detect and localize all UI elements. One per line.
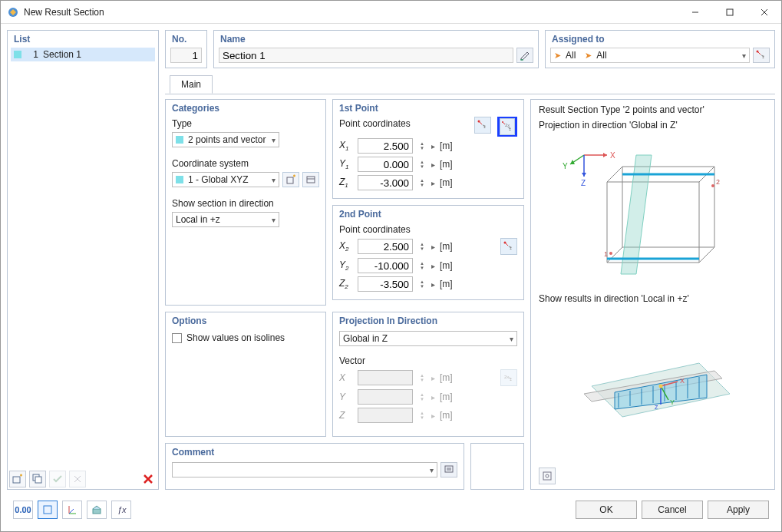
type-select[interactable]: 2 points and vector ▾ [172, 132, 279, 147]
vec-x-input [358, 370, 413, 385]
list-panel: List 1 Section 1 [7, 30, 159, 490]
y1-input[interactable] [358, 157, 413, 172]
vec-x-label: X [339, 372, 353, 383]
x1-input[interactable] [358, 138, 413, 154]
assigned-select[interactable]: ➤ All ➤ All ▾ [550, 48, 750, 63]
pick-point1-button[interactable] [474, 117, 491, 134]
x2-spinner[interactable]: ▲▼ [417, 242, 427, 251]
z2-row: Z2 ▲▼ ▸ [m] [333, 275, 523, 293]
vector-label: Vector [333, 354, 523, 368]
step-icon: ▸ [431, 393, 435, 401]
chevron-down-icon: ▾ [510, 335, 513, 343]
z2-spinner[interactable]: ▲▼ [417, 279, 427, 289]
delete-button[interactable] [140, 471, 157, 487]
comment-select[interactable]: ▾ [172, 462, 437, 477]
edit-name-button[interactable] [516, 48, 533, 63]
apply-button[interactable]: Apply [708, 501, 769, 519]
script-tool[interactable]: ƒx [111, 501, 131, 519]
projection-select[interactable]: Global in Z ▾ [339, 331, 517, 346]
z2-unit: [m] [440, 279, 453, 289]
check-button [49, 471, 66, 487]
svg-marker-30 [607, 182, 699, 263]
step-icon[interactable]: ▸ [431, 179, 435, 187]
name-input[interactable] [219, 48, 513, 63]
point1-coords-label: Point coordinates [333, 117, 474, 131]
coord-sys-select[interactable]: 1 - Global XYZ ▾ [172, 172, 279, 187]
ok-button[interactable]: OK [576, 501, 637, 519]
y2-spinner[interactable]: ▲▼ [417, 261, 427, 270]
step-icon[interactable]: ▸ [431, 262, 435, 270]
svg-rect-60 [543, 472, 551, 480]
list-item[interactable]: 1 Section 1 [11, 48, 155, 61]
show-section-select[interactable]: Local in +z ▾ [172, 212, 279, 227]
preview-title-1: Result Section Type '2 points and vector… [539, 104, 767, 117]
z1-spinner[interactable]: ▲▼ [417, 178, 427, 187]
show-isolines-row[interactable]: Show values on isolines [166, 329, 325, 346]
point2-group: 2nd Point Point coordinates X2 ▲▼ ▸ [m] [332, 205, 524, 300]
categories-header: Categories [166, 100, 325, 117]
dialog-footer: 0.00 ƒx OK Cancel Apply [7, 496, 775, 525]
svg-text:Z: Z [581, 179, 586, 187]
y2-input[interactable] [358, 258, 413, 273]
no-input[interactable] [170, 48, 202, 63]
chevron-down-icon: ▾ [272, 176, 276, 184]
window-title: New Result Section [24, 7, 678, 18]
units-tool[interactable]: 0.00 [13, 501, 33, 519]
color-swatch-icon [14, 51, 21, 58]
preview-panel: Result Section Type '2 points and vector… [530, 99, 775, 490]
cancel-button[interactable]: Cancel [642, 501, 703, 519]
svg-marker-35 [621, 155, 652, 274]
y1-label: Y1 [339, 158, 353, 170]
close-button[interactable] [747, 1, 781, 24]
preview-settings-button[interactable] [539, 468, 556, 484]
pick-two-points-button-highlighted[interactable]: 2x [497, 117, 517, 137]
svg-text:X: X [610, 151, 615, 160]
maximize-button[interactable] [712, 1, 747, 24]
view-tool-2[interactable] [62, 501, 82, 519]
step-icon[interactable]: ▸ [431, 160, 435, 169]
pick-vector-button: 2x [500, 369, 517, 386]
step-icon[interactable]: ▸ [431, 280, 435, 289]
x1-spinner[interactable]: ▲▼ [417, 141, 427, 150]
svg-point-15 [478, 121, 480, 123]
svg-rect-7 [35, 477, 41, 483]
x2-input[interactable] [358, 239, 413, 254]
point1-header: 1st Point [333, 100, 523, 117]
pick-point2-button[interactable] [500, 238, 517, 255]
app-icon [7, 6, 19, 18]
minimize-button[interactable] [678, 1, 712, 24]
z1-unit: [m] [440, 177, 453, 188]
view-tool-3[interactable] [87, 501, 107, 519]
y2-label: Y2 [339, 259, 353, 272]
arrow-icon: ➤ [585, 51, 592, 61]
comment-header: Comment [166, 444, 464, 461]
new-item-button[interactable] [9, 471, 26, 487]
comment-edit-button[interactable] [440, 462, 457, 477]
y1-unit: [m] [440, 159, 453, 170]
svg-rect-62 [445, 466, 453, 472]
z1-label: Z1 [339, 177, 353, 189]
vec-z-row: Z ▲▼ ▸ [m] [333, 406, 523, 425]
vec-z-label: Z [339, 410, 353, 421]
x2-row: X2 ▲▼ ▸ [m] [333, 236, 523, 256]
vec-z-unit: [m] [440, 410, 453, 421]
coord-library-button[interactable] [302, 172, 319, 187]
copy-item-button[interactable] [29, 471, 46, 487]
coord-new-button[interactable] [282, 172, 299, 187]
view-tool-1[interactable] [38, 501, 58, 519]
tab-main[interactable]: Main [170, 75, 213, 94]
y1-spinner[interactable]: ▲▼ [417, 160, 427, 169]
svg-point-11 [757, 51, 759, 53]
z1-input[interactable] [358, 175, 413, 190]
assigned-pick-button[interactable] [753, 48, 770, 63]
y2-unit: [m] [440, 260, 453, 271]
step-icon[interactable]: ▸ [431, 243, 435, 251]
step-icon[interactable]: ▸ [431, 142, 435, 150]
vec-x-spinner: ▲▼ [417, 373, 427, 382]
step-icon: ▸ [431, 411, 435, 420]
point2-header: 2nd Point [333, 206, 523, 223]
y2-row: Y2 ▲▼ ▸ [m] [333, 256, 523, 275]
vec-x-row: X ▲▼ ▸ [m] 2x [333, 368, 523, 388]
z2-input[interactable] [358, 276, 413, 292]
show-isolines-checkbox[interactable] [172, 333, 182, 343]
